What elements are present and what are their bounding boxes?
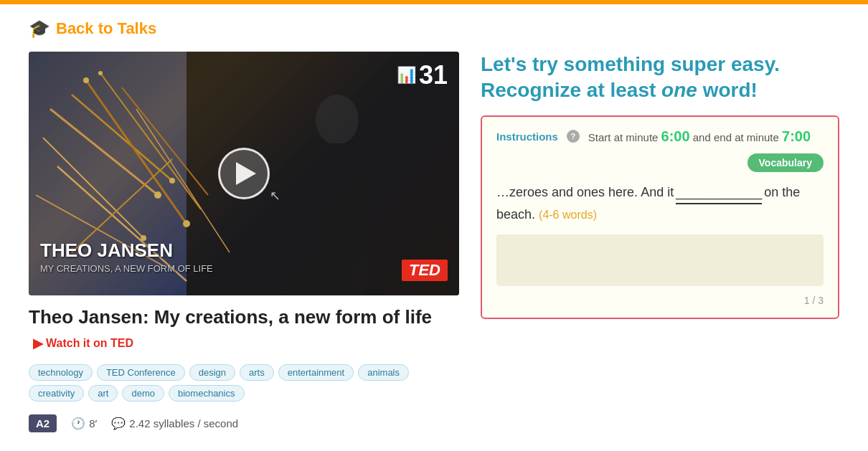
- watch-ted-icon: ▶: [33, 336, 43, 352]
- counter-number: 31: [419, 60, 448, 90]
- video-thumbnail[interactable]: 📊 31 THEO JANSEN MY CREATIONS, A NEW FOR…: [29, 52, 459, 295]
- challenge-heading-post: word!: [697, 79, 758, 101]
- instructions-panel: Instructions ? Start at minute 6:00 and …: [481, 115, 839, 320]
- blank-underline: ____________: [676, 182, 762, 204]
- end-time: 7:00: [782, 128, 811, 144]
- vocabulary-button[interactable]: Vocabulary: [747, 153, 824, 172]
- main-layout: 📊 31 THEO JANSEN MY CREATIONS, A NEW FOR…: [29, 52, 839, 432]
- back-to-talks-label: Back to Talks: [56, 19, 156, 38]
- talk-title: Theo Jansen: My creations, a new form of…: [29, 305, 459, 354]
- start-text: Start at minute 6:00 and end at minute 7…: [588, 128, 811, 145]
- video-speaker-name: THEO JANSEN: [40, 239, 213, 262]
- video-title-overlay: THEO JANSEN MY CREATIONS, A NEW FORM OF …: [40, 239, 213, 274]
- video-speaker-subtitle: MY CREATIONS, A NEW FORM OF LIFE: [40, 263, 213, 274]
- speech-icon: 💬: [111, 417, 126, 430]
- challenge-heading: Let's try something super easy. Recogniz…: [481, 52, 839, 104]
- tag-item[interactable]: design: [189, 364, 235, 381]
- clock-icon: 🕐: [71, 417, 85, 430]
- page-container: 🎓 Back to Talks: [0, 4, 868, 447]
- counter-badge: 📊 31: [397, 60, 448, 90]
- tag-item[interactable]: art: [88, 385, 118, 402]
- tag-item[interactable]: biomechanics: [169, 385, 245, 402]
- svg-rect-21: [352, 148, 366, 220]
- back-icon: 🎓: [29, 19, 50, 39]
- exercise-text: …zeroes and ones here. And it___________…: [496, 182, 824, 225]
- svg-point-17: [98, 71, 103, 75]
- instructions-label[interactable]: Instructions: [496, 130, 558, 143]
- tag-item[interactable]: creativity: [29, 385, 84, 402]
- svg-point-15: [183, 220, 190, 227]
- instructions-header: Instructions ? Start at minute 6:00 and …: [496, 128, 824, 172]
- start-text-before: Start at minute: [588, 131, 661, 143]
- right-column: Let's try something super easy. Recogniz…: [481, 52, 839, 319]
- play-button[interactable]: [218, 148, 270, 199]
- play-triangle-icon: [236, 162, 256, 185]
- chart-icon: 📊: [397, 66, 416, 85]
- svg-point-18: [316, 95, 359, 145]
- meta-info: A2 🕐 8′ 💬 2.42 syllables / second: [29, 414, 459, 432]
- tag-item[interactable]: animals: [358, 364, 409, 381]
- tag-item[interactable]: TED Conference: [97, 364, 185, 381]
- challenge-heading-line2: Recognize at least one word!: [481, 77, 839, 103]
- exercise-text-before: …zeroes and ones here. And it: [496, 185, 674, 199]
- answer-area[interactable]: [496, 234, 824, 286]
- svg-rect-20: [308, 148, 323, 220]
- tag-item[interactable]: technology: [29, 364, 93, 381]
- page-counter: 1 / 3: [496, 295, 824, 306]
- duration-text: 8′: [89, 417, 97, 429]
- left-column: 📊 31 THEO JANSEN MY CREATIONS, A NEW FOR…: [29, 52, 459, 432]
- watch-ted-link[interactable]: ▶ Watch it on TED: [33, 336, 133, 352]
- talk-title-text: Theo Jansen: My creations, a new form of…: [29, 306, 432, 328]
- end-text: and end at minute: [690, 131, 782, 143]
- svg-rect-22: [319, 244, 335, 294]
- tags-container: technologyTED Conferencedesignartsentert…: [29, 364, 459, 402]
- duration-item: 🕐 8′: [71, 417, 97, 430]
- tag-item[interactable]: demo: [122, 385, 164, 402]
- challenge-heading-line1: Let's try something super easy.: [481, 52, 839, 77]
- level-badge: A2: [29, 414, 57, 432]
- tag-item[interactable]: entertainment: [278, 364, 354, 381]
- back-to-talks-link[interactable]: 🎓 Back to Talks: [29, 19, 839, 39]
- cursor-indicator: ↖: [270, 188, 280, 204]
- challenge-heading-pre: Recognize at least: [481, 79, 661, 101]
- svg-point-12: [154, 191, 161, 199]
- tag-item[interactable]: arts: [240, 364, 274, 381]
- watch-ted-label: Watch it on TED: [46, 336, 133, 351]
- word-hint: (4-6 words): [539, 209, 597, 221]
- svg-point-16: [83, 77, 89, 83]
- syllables-text: 2.42 syllables / second: [129, 417, 238, 429]
- ted-logo: TED: [402, 260, 448, 281]
- svg-rect-23: [339, 244, 355, 294]
- challenge-one-word: one: [661, 79, 697, 101]
- start-time: 6:00: [661, 128, 690, 144]
- help-icon[interactable]: ?: [567, 130, 580, 143]
- syllables-item: 💬 2.42 syllables / second: [111, 417, 238, 430]
- svg-point-13: [169, 178, 175, 184]
